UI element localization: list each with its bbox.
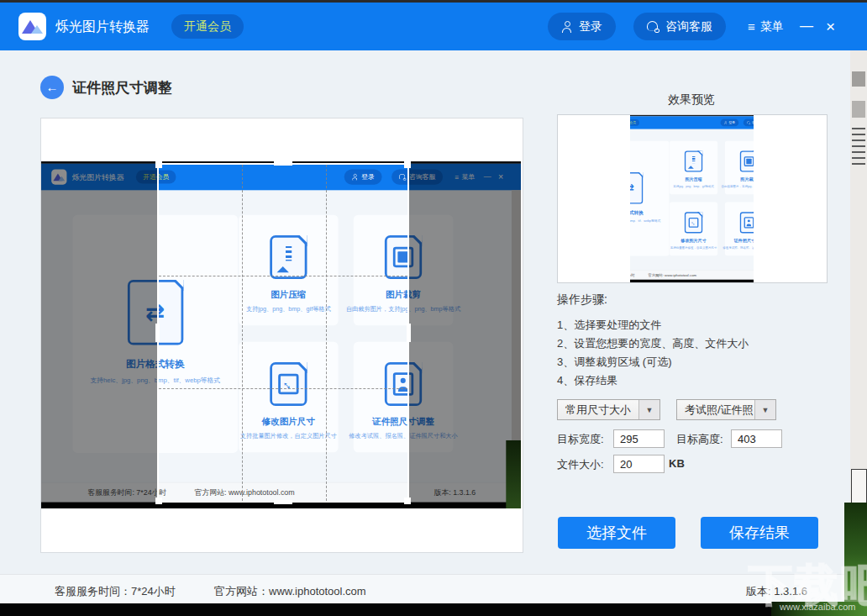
crop-handle-right[interactable]: [407, 324, 411, 342]
background-window-fragment: [851, 469, 867, 504]
target-width-label: 目标宽度:: [557, 432, 604, 447]
back-button[interactable]: ←: [40, 76, 64, 99]
mini-card-crop: 图片裁剪 自由裁剪图片，支持jpg、png、bmp等格式: [725, 141, 754, 195]
crop-gridline: [159, 388, 407, 389]
crop-handle-bottomright[interactable]: [404, 498, 411, 504]
mini-desktop-bottom: [630, 280, 754, 282]
file-size-unit: KB: [669, 457, 685, 470]
person-icon: [561, 21, 573, 33]
steps-panel: 操作步骤: 1、选择要处理的文件 2、设置您想要的宽度、高度、文件大小 3、调整…: [557, 292, 834, 390]
preset-size-dropdown[interactable]: 常用尺寸大小 ▼: [557, 399, 660, 420]
minimize-button[interactable]: —: [795, 3, 818, 50]
target-height-input[interactable]: [731, 429, 782, 448]
step-item: 1、选择要处理的文件: [557, 316, 834, 334]
crop-gridline: [242, 165, 243, 501]
mini-login-label: 登录: [728, 121, 734, 125]
titlebar: 烁光图片转换器 开通会员 登录 咨询客服 ≡ 菜单 — ×: [0, 3, 867, 50]
vip-button[interactable]: 开通会员: [171, 14, 244, 39]
page-title: 证件照尺寸调整: [72, 78, 172, 97]
mini-card-subtitle: 支持jpg、png、bmp、gif等格式: [673, 184, 714, 188]
preset-type-dropdown[interactable]: 考试照/证件照 ▼: [676, 399, 776, 420]
service-hours: 客服服务时间：7*24小时: [55, 584, 176, 599]
crop-mask-left: [41, 161, 157, 508]
step-item: 4、保存结果: [557, 371, 834, 390]
crop-handle-left[interactable]: [155, 324, 160, 342]
background-window-fragment: [852, 128, 865, 165]
mini-titlebar: 烁光图片转换器 开通会员 登录 咨询客服 ≡ 菜单 — ×: [630, 116, 754, 129]
person-icon: [724, 121, 728, 124]
person-portrait-icon: [744, 217, 754, 228]
mini-card-subtitle: 修改考试照、报名照、证件照尺寸和大小: [722, 245, 754, 250]
crop-handle-top[interactable]: [274, 161, 292, 166]
statusbar: 客服服务时间：7*24小时 官方网站：www.iphototool.com 版本…: [0, 574, 850, 604]
target-width-input[interactable]: [613, 429, 665, 448]
steps-title: 操作步骤:: [557, 292, 834, 308]
hamburger-icon: ≡: [748, 19, 755, 34]
crop-gridline: [159, 276, 407, 276]
crop-gridline: [326, 165, 327, 501]
save-result-button[interactable]: 保存结果: [701, 517, 818, 549]
preview-title: 效果预览: [557, 92, 826, 108]
mini-card-subtitle: 支持heic、jpg、png、bmp、tif、webp等格式: [630, 218, 660, 223]
crop-handle-topleft[interactable]: [155, 161, 162, 168]
official-website: 官方网站：www.iphototool.com: [214, 584, 366, 599]
mini-support-button: 咨询客服: [744, 119, 754, 127]
crop-mask-right: [409, 161, 521, 508]
headset-icon: [647, 21, 659, 33]
mini-card-format-convert: ⇄ 图片格式转换 支持heic、jpg、png、bmp、tif、webp等格式: [630, 141, 669, 256]
target-height-label: 目标高度:: [676, 432, 723, 447]
support-button[interactable]: 咨询客服: [633, 13, 726, 40]
version-label: 版本: 1.3.1.6: [746, 584, 807, 599]
login-button[interactable]: 登录: [548, 13, 616, 40]
zipper-icon: [692, 156, 695, 164]
loaded-image: 烁光图片转换器 开通会员 登录 咨询客服 ≡ 菜单 — ×: [41, 161, 521, 508]
crop-region[interactable]: [157, 163, 409, 503]
menu-label: 菜单: [760, 19, 784, 34]
menu-button[interactable]: ≡ 菜单: [748, 3, 784, 50]
crop-square-icon: [744, 156, 754, 166]
close-button[interactable]: ×: [821, 3, 840, 50]
mini-service-hours: 客服服务时间: 7*24小时: [630, 273, 635, 278]
preset-type-value: 考试照/证件照: [685, 403, 754, 418]
desktop-wallpaper-grass: [844, 503, 867, 616]
desktop-bottom-edge: [0, 603, 867, 616]
mini-card-compress: 图片压缩 支持jpg、png、bmp、gif等格式: [670, 141, 717, 195]
mini-card-title: 证件照尺寸调整: [734, 238, 754, 244]
crop-handle-bottomleft[interactable]: [155, 498, 162, 504]
desktop: { "glyphs": { "back": "←", "menu": "≡", …: [0, 0, 867, 616]
mini-card-idphoto: 证件照尺寸调整 修改考试照、报名照、证件照尺寸和大小: [725, 203, 754, 256]
file-crop-icon: [740, 150, 754, 171]
resize-arrows-icon: ↔: [689, 218, 699, 228]
mini-official-website: 官方网站: www.iphototool.com: [649, 273, 696, 278]
desktop-wallpaper-grass: [771, 602, 867, 616]
main-content: ← 证件照尺寸调整 烁光图片转换器 开通会员 登录 咨询客服: [0, 50, 850, 574]
mini-support-label: 咨询客服: [752, 121, 754, 125]
chevron-down-icon: ▼: [754, 400, 775, 419]
image-mountain-icon: [688, 166, 694, 168]
app-title: 烁光图片转换器: [55, 3, 150, 50]
preview-crop-clip: 烁光图片转换器 开通会员 登录 咨询客服 ≡ 菜单 — ×: [630, 115, 754, 282]
image-canvas[interactable]: 烁光图片转换器 开通会员 登录 咨询客服 ≡ 菜单 — ×: [40, 118, 523, 553]
mini-card-resize: ↔ 修改图片尺寸 支持批量图片修改，自定义图片尺寸: [670, 203, 717, 256]
support-label: 咨询客服: [665, 19, 712, 34]
mini-card-title: 图片格式转换: [630, 209, 644, 215]
mini-card-title: 图片压缩: [685, 176, 701, 182]
mini-vip-button: 开通会员: [630, 119, 639, 126]
window-titlebar: 烁光图片转换器 开通会员 登录 咨询客服 ≡ 菜单 — ×: [0, 3, 867, 50]
crop-handle-topright[interactable]: [404, 161, 411, 168]
image-content-app-screenshot: 烁光图片转换器 开通会员 登录 咨询客服 ≡ 菜单 — ×: [630, 115, 754, 282]
headset-icon: [747, 121, 750, 124]
file-size-input[interactable]: [613, 455, 665, 473]
background-window-fragment: [852, 71, 865, 87]
crop-handle-bottom[interactable]: [274, 500, 292, 504]
file-convert-icon: ⇄: [630, 172, 643, 203]
mini-statusbar: 客服服务时间: 7*24小时 官方网站: www.iphototool.com …: [630, 270, 754, 280]
file-resize-icon: ↔: [685, 212, 702, 233]
mini-content: ⇄ 图片格式转换 支持heic、jpg、png、bmp、tif、webp等格式 …: [630, 129, 754, 264]
select-file-button[interactable]: 选择文件: [558, 517, 675, 549]
login-label: 登录: [579, 19, 602, 34]
mini-card-subtitle: 支持批量图片修改，自定义图片尺寸: [670, 245, 717, 250]
file-idphoto-icon: [740, 212, 754, 233]
file-size-label: 文件大小:: [557, 457, 604, 472]
mini-card-subtitle: 自由裁剪图片，支持jpg、png、bmp等格式: [722, 184, 754, 188]
